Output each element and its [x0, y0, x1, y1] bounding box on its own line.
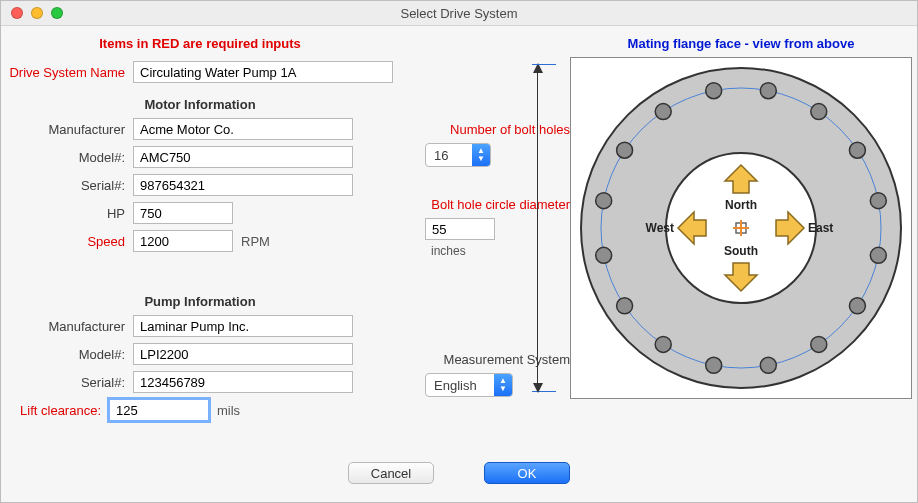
motor-speed-row: Speed RPM: [5, 230, 395, 252]
motor-hp-label: HP: [5, 206, 133, 221]
updown-icon: [472, 144, 490, 166]
left-panel: Items in RED are required inputs Drive S…: [5, 34, 395, 427]
pump-serial-label: Serial#:: [5, 375, 133, 390]
flange-diagram: NorthSouthEastWest: [570, 57, 912, 399]
svg-point-3: [760, 83, 776, 99]
motor-manufacturer-input[interactable]: [133, 118, 353, 140]
svg-point-8: [849, 298, 865, 314]
motor-manufacturer-label: Manufacturer: [5, 122, 133, 137]
motor-manufacturer-row: Manufacturer: [5, 118, 395, 140]
compass-label-w: West: [646, 221, 674, 235]
svg-point-16: [617, 142, 633, 158]
svg-point-9: [811, 336, 827, 352]
drive-system-name-row: Drive System Name: [5, 61, 395, 83]
ok-button[interactable]: OK: [484, 462, 570, 484]
motor-serial-label: Serial#:: [5, 178, 133, 193]
bolt-count-select[interactable]: 16: [425, 143, 491, 167]
motor-model-label: Model#:: [5, 150, 133, 165]
motor-serial-row: Serial#:: [5, 174, 395, 196]
flange-banner: Mating flange face - view from above: [570, 36, 912, 51]
svg-point-10: [760, 357, 776, 373]
svg-point-17: [655, 104, 671, 120]
right-panel: Mating flange face - view from above Nor…: [570, 34, 912, 427]
pump-manufacturer-input[interactable]: [133, 315, 353, 337]
motor-section-title: Motor Information: [5, 97, 395, 112]
pump-manufacturer-row: Manufacturer: [5, 315, 395, 337]
titlebar: Select Drive System: [1, 1, 917, 26]
svg-point-15: [596, 193, 612, 209]
window-title: Select Drive System: [1, 6, 917, 21]
pump-lift-row: Lift clearance: mils: [5, 399, 395, 421]
pump-serial-input[interactable]: [133, 371, 353, 393]
minimize-icon[interactable]: [31, 7, 43, 19]
bolt-count-value: 16: [426, 144, 472, 166]
svg-point-13: [617, 298, 633, 314]
drive-system-name-input[interactable]: [133, 61, 393, 83]
motor-hp-input[interactable]: [133, 202, 233, 224]
svg-point-6: [870, 193, 886, 209]
svg-point-7: [870, 247, 886, 263]
compass-label-e: East: [808, 221, 833, 235]
window-body: Items in RED are required inputs Drive S…: [1, 26, 917, 435]
drive-system-name-label: Drive System Name: [5, 65, 133, 80]
motor-speed-unit: RPM: [241, 234, 270, 249]
svg-point-11: [706, 357, 722, 373]
pump-lift-label: Lift clearance:: [5, 403, 109, 418]
required-banner: Items in RED are required inputs: [5, 36, 395, 51]
measurement-value: English: [426, 374, 494, 396]
cancel-button[interactable]: Cancel: [348, 462, 434, 484]
window-controls: [1, 7, 63, 19]
close-icon[interactable]: [11, 7, 23, 19]
pump-model-label: Model#:: [5, 347, 133, 362]
motor-model-input[interactable]: [133, 146, 353, 168]
pump-manufacturer-label: Manufacturer: [5, 319, 133, 334]
svg-point-12: [655, 336, 671, 352]
measurement-select[interactable]: English: [425, 373, 513, 397]
svg-point-4: [811, 104, 827, 120]
svg-point-5: [849, 142, 865, 158]
pump-model-input[interactable]: [133, 343, 353, 365]
motor-speed-input[interactable]: [133, 230, 233, 252]
pump-lift-unit: mils: [217, 403, 240, 418]
updown-icon: [494, 374, 512, 396]
compass-label-n: North: [725, 198, 757, 212]
pump-model-row: Model#:: [5, 343, 395, 365]
select-drive-system-window: Select Drive System Items in RED are req…: [0, 0, 918, 503]
motor-serial-input[interactable]: [133, 174, 353, 196]
pump-lift-input[interactable]: [109, 399, 209, 421]
pump-section-title: Pump Information: [5, 294, 395, 309]
dialog-buttons: Cancel OK: [1, 462, 917, 484]
zoom-icon[interactable]: [51, 7, 63, 19]
bolt-diameter-input[interactable]: [425, 218, 495, 240]
compass-label-s: South: [724, 244, 758, 258]
motor-hp-row: HP: [5, 202, 395, 224]
pump-serial-row: Serial#:: [5, 371, 395, 393]
svg-point-14: [596, 247, 612, 263]
motor-model-row: Model#:: [5, 146, 395, 168]
dimension-line-icon: [537, 64, 550, 392]
svg-point-18: [706, 83, 722, 99]
motor-speed-label: Speed: [5, 234, 133, 249]
flange-svg: NorthSouthEastWest: [571, 58, 911, 398]
